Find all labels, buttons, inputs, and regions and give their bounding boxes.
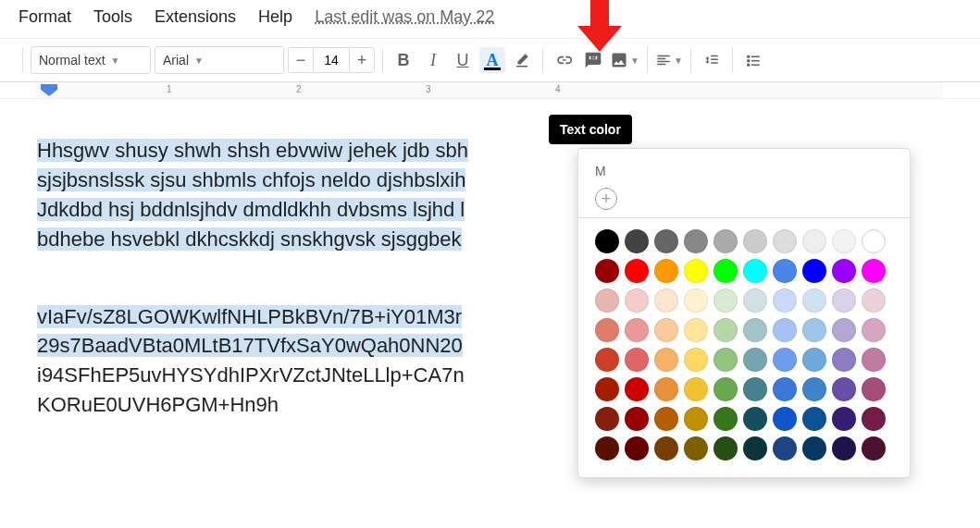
color-swatch[interactable] bbox=[684, 229, 708, 253]
color-swatch[interactable] bbox=[862, 229, 886, 253]
color-swatch[interactable] bbox=[862, 318, 886, 342]
color-swatch[interactable] bbox=[862, 348, 886, 372]
color-swatch[interactable] bbox=[595, 436, 619, 460]
menu-extensions[interactable]: Extensions bbox=[155, 7, 236, 27]
color-swatch[interactable] bbox=[802, 377, 826, 401]
color-swatch[interactable] bbox=[802, 436, 826, 460]
color-swatch[interactable] bbox=[862, 259, 886, 283]
color-swatch[interactable] bbox=[625, 407, 649, 431]
color-swatch[interactable] bbox=[862, 407, 886, 431]
color-swatch[interactable] bbox=[743, 348, 767, 372]
color-swatch[interactable] bbox=[773, 407, 797, 431]
color-swatch[interactable] bbox=[713, 348, 738, 372]
color-swatch[interactable] bbox=[625, 289, 649, 313]
italic-button[interactable]: I bbox=[420, 47, 446, 73]
color-swatch[interactable] bbox=[713, 436, 738, 460]
last-edit-link[interactable]: Last edit was on May 22 bbox=[315, 7, 494, 27]
color-swatch[interactable] bbox=[773, 377, 797, 401]
color-swatch[interactable] bbox=[684, 348, 708, 372]
color-swatch[interactable] bbox=[654, 407, 678, 431]
color-swatch[interactable] bbox=[773, 318, 797, 342]
color-swatch[interactable] bbox=[595, 407, 619, 431]
color-swatch[interactable] bbox=[773, 436, 797, 460]
line-spacing-button[interactable] bbox=[699, 47, 725, 73]
color-swatch[interactable] bbox=[862, 436, 886, 460]
menu-tools[interactable]: Tools bbox=[93, 7, 132, 27]
color-swatch[interactable] bbox=[743, 407, 767, 431]
color-swatch[interactable] bbox=[684, 259, 708, 283]
color-swatch[interactable] bbox=[773, 348, 797, 372]
color-swatch[interactable] bbox=[654, 259, 678, 283]
color-swatch[interactable] bbox=[684, 289, 708, 313]
menu-help[interactable]: Help bbox=[258, 7, 292, 27]
align-button[interactable]: ▼ bbox=[655, 47, 683, 73]
text-color-button[interactable]: A bbox=[479, 47, 505, 73]
color-swatch[interactable] bbox=[832, 289, 856, 313]
color-swatch[interactable] bbox=[595, 289, 619, 313]
color-swatch[interactable] bbox=[802, 348, 826, 372]
color-swatch[interactable] bbox=[625, 318, 649, 342]
color-swatch[interactable] bbox=[832, 259, 856, 283]
color-swatch[interactable] bbox=[595, 377, 619, 401]
color-swatch[interactable] bbox=[773, 229, 797, 253]
bold-button[interactable]: B bbox=[391, 47, 416, 73]
color-swatch[interactable] bbox=[654, 318, 678, 342]
highlight-button[interactable] bbox=[509, 47, 535, 73]
color-swatch[interactable] bbox=[802, 407, 826, 431]
increase-font-button[interactable]: + bbox=[349, 47, 375, 73]
color-swatch[interactable] bbox=[862, 289, 886, 313]
color-swatch[interactable] bbox=[832, 229, 856, 253]
color-swatch[interactable] bbox=[773, 289, 797, 313]
indent-marker[interactable] bbox=[41, 84, 57, 97]
paragraph-style-dropdown[interactable]: Normal text ▼ bbox=[31, 46, 151, 74]
color-swatch[interactable] bbox=[684, 436, 708, 460]
font-family-dropdown[interactable]: Arial ▼ bbox=[155, 46, 284, 74]
color-swatch[interactable] bbox=[595, 259, 619, 283]
color-swatch[interactable] bbox=[654, 289, 678, 313]
color-swatch[interactable] bbox=[625, 348, 649, 372]
underline-button[interactable]: U bbox=[450, 47, 476, 73]
color-swatch[interactable] bbox=[743, 377, 767, 401]
color-swatch[interactable] bbox=[713, 377, 738, 401]
add-custom-color-button[interactable]: + bbox=[595, 188, 617, 210]
color-swatch[interactable] bbox=[713, 318, 738, 342]
color-swatch[interactable] bbox=[684, 407, 708, 431]
color-swatch[interactable] bbox=[625, 377, 649, 401]
color-swatch[interactable] bbox=[713, 289, 738, 313]
color-swatch[interactable] bbox=[743, 289, 767, 313]
color-swatch[interactable] bbox=[802, 289, 826, 313]
color-swatch[interactable] bbox=[595, 348, 619, 372]
decrease-font-button[interactable]: − bbox=[288, 47, 314, 73]
color-swatch[interactable] bbox=[713, 407, 738, 431]
color-swatch[interactable] bbox=[802, 318, 826, 342]
color-swatch[interactable] bbox=[832, 407, 856, 431]
color-swatch[interactable] bbox=[862, 377, 886, 401]
color-swatch[interactable] bbox=[713, 259, 738, 283]
color-swatch[interactable] bbox=[595, 318, 619, 342]
color-swatch[interactable] bbox=[625, 229, 649, 253]
color-swatch[interactable] bbox=[832, 377, 856, 401]
color-swatch[interactable] bbox=[743, 436, 767, 460]
color-swatch[interactable] bbox=[684, 377, 708, 401]
color-swatch[interactable] bbox=[743, 229, 767, 253]
color-swatch[interactable] bbox=[625, 259, 649, 283]
color-swatch[interactable] bbox=[743, 259, 767, 283]
color-swatch[interactable] bbox=[743, 318, 767, 342]
color-swatch[interactable] bbox=[832, 318, 856, 342]
color-swatch[interactable] bbox=[713, 229, 738, 253]
color-swatch[interactable] bbox=[832, 348, 856, 372]
color-swatch[interactable] bbox=[773, 259, 797, 283]
checklist-button[interactable] bbox=[740, 47, 766, 73]
color-swatch[interactable] bbox=[654, 377, 678, 401]
color-swatch[interactable] bbox=[595, 229, 619, 253]
color-swatch[interactable] bbox=[832, 436, 856, 460]
color-swatch[interactable] bbox=[802, 229, 826, 253]
menu-format[interactable]: Format bbox=[19, 7, 71, 27]
color-swatch[interactable] bbox=[654, 436, 678, 460]
color-swatch[interactable] bbox=[625, 436, 649, 460]
color-swatch[interactable] bbox=[684, 318, 708, 342]
font-size-input[interactable]: 14 bbox=[314, 47, 349, 73]
color-swatch[interactable] bbox=[654, 348, 678, 372]
color-swatch[interactable] bbox=[802, 259, 826, 283]
color-swatch[interactable] bbox=[654, 229, 678, 253]
